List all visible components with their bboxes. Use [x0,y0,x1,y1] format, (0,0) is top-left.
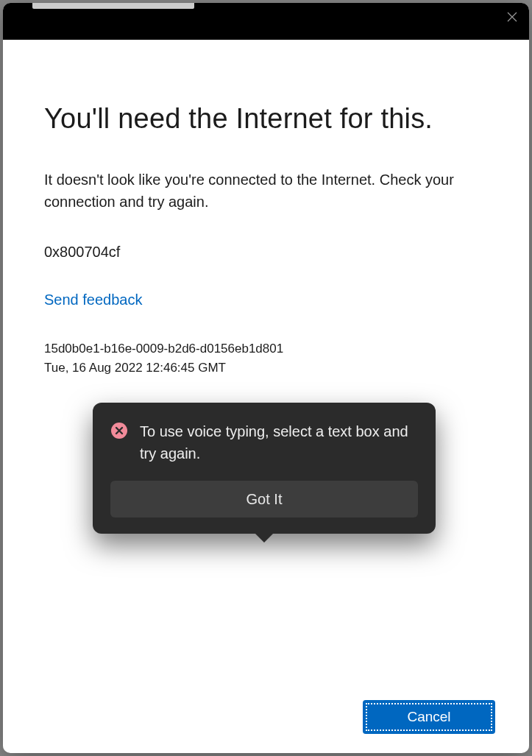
toast-pointer [254,532,274,543]
dialog-content: You'll need the Internet for this. It do… [3,40,529,688]
error-dialog: You'll need the Internet for this. It do… [3,3,529,753]
voice-typing-toast: To use voice typing, select a text box a… [93,403,436,534]
cancel-button[interactable]: Cancel [364,702,494,732]
dialog-body: It doesn't look like you're connected to… [44,169,486,213]
request-meta: 15d0b0e1-b16e-0009-b2d6-d0156eb1d801 Tue… [44,339,488,378]
close-button[interactable] [495,3,529,31]
toast-message: To use voice typing, select a text box a… [140,420,418,464]
close-icon [507,12,517,22]
titlebar [3,3,529,40]
error-circle-icon [110,422,128,439]
request-timestamp: Tue, 16 Aug 2022 12:46:45 GMT [44,358,488,378]
dialog-title: You'll need the Internet for this. [44,103,488,135]
dialog-footer: Cancel [3,688,529,753]
request-id: 15d0b0e1-b16e-0009-b2d6-d0156eb1d801 [44,339,488,358]
got-it-button[interactable]: Got It [110,481,418,517]
send-feedback-link[interactable]: Send feedback [44,292,142,308]
titlebar-background-fragment [32,3,194,9]
error-code: 0x800704cf [44,244,488,261]
